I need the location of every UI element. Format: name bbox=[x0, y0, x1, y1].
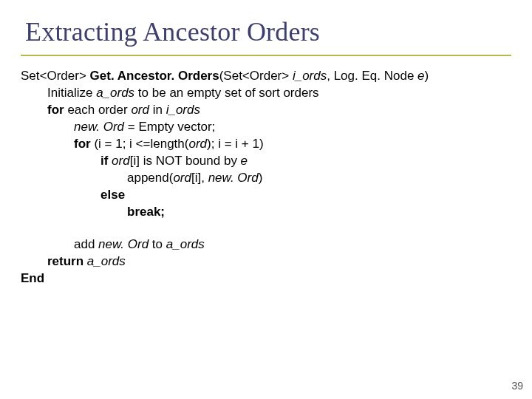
line-for-inner: for (i = 1; i <=length(ord); i = i + 1) bbox=[74, 136, 511, 153]
line-sig: Set<Order> Get. Ancestor. Orders(Set<Ord… bbox=[21, 68, 511, 85]
line-else: else bbox=[100, 187, 511, 204]
pseudocode-block: Set<Order> Get. Ancestor. Orders(Set<Ord… bbox=[0, 56, 532, 287]
line-neword: new. Ord = Empty vector; bbox=[74, 119, 511, 136]
line-append: append(ord[i], new. Ord) bbox=[127, 170, 511, 187]
line-init: Initialize a_ords to be an empty set of … bbox=[47, 85, 511, 102]
line-end: End bbox=[21, 270, 511, 287]
line-if: if ord[i] is NOT bound by e bbox=[100, 153, 511, 170]
fn-name: Get. Ancestor. Orders bbox=[90, 69, 219, 83]
line-return: return a_ords bbox=[47, 253, 511, 270]
page-number: 39 bbox=[511, 380, 523, 392]
blank-line bbox=[21, 220, 511, 236]
line-for-outer: for each order ord in i_ords bbox=[47, 102, 511, 119]
slide: Extracting Ancestor Orders Set<Order> Ge… bbox=[0, 0, 532, 399]
slide-title: Extracting Ancestor Orders bbox=[0, 0, 532, 52]
line-break: break; bbox=[127, 204, 511, 221]
line-add: add new. Ord to a_ords bbox=[74, 236, 511, 253]
